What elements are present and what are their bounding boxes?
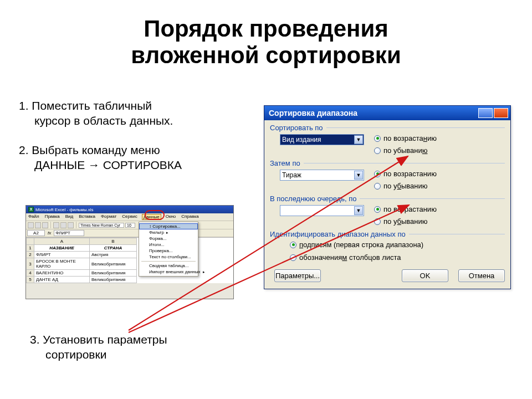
excel-menubar[interactable]: Файл Правка Вид Вставка Формат Сервис Да…: [26, 213, 233, 221]
then-by-combo[interactable]: Тираж▼: [280, 170, 364, 181]
chevron-down-icon[interactable]: ▼: [354, 206, 363, 215]
excel-screenshot: X Microsoft Excel - фильмы.xls Файл Прав…: [25, 205, 234, 299]
last-by-combo[interactable]: ▼: [280, 205, 364, 216]
sort1-desc[interactable]: по убыванию: [374, 146, 437, 155]
chevron-down-icon[interactable]: ▼: [354, 171, 363, 180]
step-2: 2. Выбрать команду меню ДАННЫЕ → СОРТИРО…: [19, 143, 241, 173]
sort3-desc[interactable]: по убыванию: [374, 217, 437, 226]
sort3-asc[interactable]: по возрастанию: [374, 205, 437, 213]
sort2-desc[interactable]: по убыванию: [374, 182, 437, 190]
ok-button[interactable]: OK: [402, 269, 448, 282]
help-button[interactable]: [478, 108, 493, 118]
sort-dialog: Сортировка диапазона Сортировать по Вид …: [264, 105, 511, 289]
step-3: 3. Установить параметры сортировки: [30, 332, 167, 362]
excel-titlebar: X Microsoft Excel - фильмы.xls: [26, 206, 233, 213]
menu-data[interactable]: Данные: [142, 214, 161, 220]
excel-toolbar[interactable]: Times New Roman Cyr 10: [26, 221, 233, 229]
data-menu-dropdown[interactable]: ↕ Сортировка... Фильтр▸ Форма... Итоги..…: [139, 222, 198, 277]
excel-formula-bar[interactable]: A2 fx ФЛИРТ: [26, 229, 233, 237]
ident-columns[interactable]: обозначениям столбцов листа: [290, 253, 505, 262]
sort2-asc[interactable]: по возрастанию: [374, 170, 437, 178]
cancel-button[interactable]: Отмена: [458, 269, 505, 282]
sort-by-combo[interactable]: Вид издания▼: [280, 134, 364, 145]
ident-headers[interactable]: подписям (первая строка диапазона): [290, 241, 505, 249]
excel-app-icon: X: [28, 207, 34, 212]
sort1-asc[interactable]: по возрастанию: [374, 134, 437, 142]
chevron-down-icon[interactable]: ▼: [354, 135, 363, 144]
params-button[interactable]: Параметры...: [274, 269, 321, 282]
menu-sort[interactable]: ↕ Сортировка...: [139, 223, 198, 229]
excel-grid[interactable]: AB 1НАЗВАНИЕСТРАНА 2ФЛИРТАвстрия 3БРОСОК…: [26, 237, 233, 283]
dialog-titlebar[interactable]: Сортировка диапазона: [264, 106, 510, 120]
step-1: 1. Поместить табличный курсор в область …: [19, 99, 241, 129]
page-title: Порядок проведения вложенной сортировки: [0, 0, 532, 71]
close-button[interactable]: [494, 108, 508, 118]
